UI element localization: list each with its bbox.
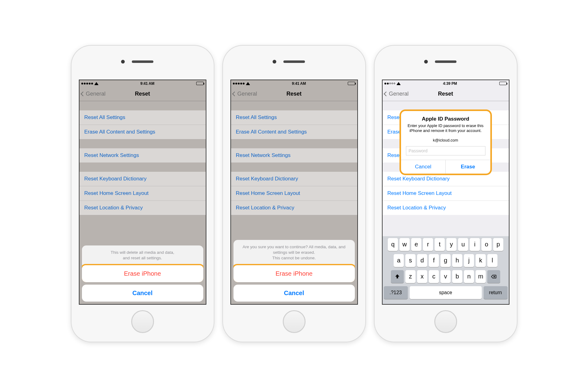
alert-title: Apple ID Password: [401, 111, 490, 123]
status-bar: 4:39 PM: [383, 80, 509, 87]
wifi-icon: [94, 82, 99, 85]
home-button[interactable]: [131, 310, 154, 333]
reset-all-settings[interactable]: Reset All Settings: [79, 110, 206, 125]
keyboard-row-2: a s d f g h j k l: [384, 254, 508, 267]
reset-all-settings[interactable]: Reset All Settings: [231, 110, 357, 125]
key-i[interactable]: i: [470, 238, 480, 251]
home-button[interactable]: [434, 310, 457, 333]
key-a[interactable]: a: [394, 254, 404, 267]
status-time: 9:41 AM: [140, 81, 155, 86]
signal-dots-icon: [384, 83, 395, 84]
reset-list: Reset All Settings Erase All Content and…: [231, 101, 357, 215]
return-key[interactable]: return: [484, 286, 508, 299]
reset-location-privacy[interactable]: Reset Location & Privacy: [383, 201, 509, 215]
erase-all-content[interactable]: Erase All Content and Settings: [231, 125, 357, 139]
front-camera: [424, 60, 428, 64]
reset-home-screen-layout[interactable]: Reset Home Screen Layout: [383, 186, 509, 201]
keyboard-row-4: .?123 space return: [384, 286, 508, 299]
key-z[interactable]: z: [405, 270, 416, 283]
reset-home-screen-layout[interactable]: Reset Home Screen Layout: [231, 186, 357, 201]
key-w[interactable]: w: [399, 238, 410, 251]
nav-bar: General Reset: [79, 87, 206, 101]
key-c[interactable]: c: [429, 270, 439, 283]
alert-email: k@icloud.com: [401, 137, 490, 146]
keyboard: q w e r t y u i o p a s d f g h j k l: [383, 236, 509, 304]
action-sheet-2: Are you sure you want to continue? All m…: [233, 240, 355, 302]
backspace-key[interactable]: [487, 270, 500, 283]
key-v[interactable]: v: [440, 270, 451, 283]
reset-location-privacy[interactable]: Reset Location & Privacy: [231, 201, 357, 215]
status-bar: 9:41 AM: [79, 80, 206, 87]
front-camera: [273, 60, 276, 64]
key-t[interactable]: t: [435, 238, 445, 251]
speaker-grill: [435, 60, 456, 63]
back-button[interactable]: General: [384, 87, 409, 101]
erase-iphone-button[interactable]: Erase iPhone: [233, 265, 355, 282]
nav-bar: General Reset: [383, 87, 509, 101]
alert-body: Enter your Apple ID password to erase th…: [401, 123, 490, 137]
space-key[interactable]: space: [410, 286, 482, 299]
battery-icon: [348, 82, 355, 85]
key-q[interactable]: q: [388, 238, 398, 251]
numbers-key[interactable]: .?123: [384, 286, 408, 299]
back-label: General: [237, 91, 257, 97]
speaker-grill: [132, 60, 153, 63]
alert-cancel-button[interactable]: Cancel: [401, 160, 446, 174]
key-p[interactable]: p: [493, 238, 503, 251]
key-n[interactable]: n: [464, 270, 474, 283]
status-time: 4:39 PM: [443, 81, 457, 86]
front-camera: [121, 60, 125, 64]
shift-key[interactable]: [391, 270, 404, 283]
nav-title: Reset: [438, 91, 453, 97]
back-label: General: [389, 91, 409, 97]
key-j[interactable]: j: [464, 254, 474, 267]
screen-1: 9:41 AM General Reset Reset All Settings…: [79, 80, 206, 305]
key-m[interactable]: m: [476, 270, 486, 283]
key-s[interactable]: s: [405, 254, 416, 267]
status-time: 9:41 AM: [292, 81, 306, 86]
back-button[interactable]: General: [233, 87, 257, 101]
key-u[interactable]: u: [458, 238, 468, 251]
key-o[interactable]: o: [481, 238, 492, 251]
key-h[interactable]: h: [452, 254, 462, 267]
key-x[interactable]: x: [417, 270, 427, 283]
reset-network-settings[interactable]: Reset Network Settings: [79, 148, 206, 163]
key-r[interactable]: r: [423, 238, 433, 251]
status-bar: 9:41 AM: [231, 80, 357, 87]
reset-keyboard-dictionary[interactable]: Reset Keyboard Dictionary: [79, 172, 206, 186]
cancel-button[interactable]: Cancel: [233, 285, 355, 302]
key-y[interactable]: y: [446, 238, 456, 251]
chevron-left-icon: [232, 91, 237, 96]
key-k[interactable]: k: [476, 254, 486, 267]
sheet-message: Are you sure you want to continue? All m…: [233, 240, 355, 265]
signal-dots-icon: [81, 83, 93, 84]
reset-keyboard-dictionary[interactable]: Reset Keyboard Dictionary: [231, 172, 357, 186]
reset-list: Reset All Settings Erase All Content and…: [79, 101, 206, 215]
back-button[interactable]: General: [81, 87, 106, 101]
apple-id-password-alert: Apple ID Password Enter your Apple ID pa…: [401, 111, 490, 174]
key-g[interactable]: g: [440, 254, 451, 267]
key-e[interactable]: e: [411, 238, 421, 251]
backspace-icon: [491, 274, 497, 280]
key-d[interactable]: d: [417, 254, 427, 267]
erase-iphone-button[interactable]: Erase iPhone: [82, 265, 203, 282]
key-b[interactable]: b: [452, 270, 462, 283]
reset-location-privacy[interactable]: Reset Location & Privacy: [79, 201, 206, 215]
screen-3: 4:39 PM General Reset Reset All Settings…: [382, 80, 509, 305]
key-l[interactable]: l: [487, 254, 497, 267]
key-f[interactable]: f: [429, 254, 439, 267]
keyboard-row-3: z x c v b n m: [384, 270, 508, 283]
home-button[interactable]: [283, 310, 306, 333]
action-sheet-1: This will delete all media and data, and…: [82, 245, 203, 301]
chevron-left-icon: [80, 91, 85, 96]
reset-home-screen-layout[interactable]: Reset Home Screen Layout: [79, 186, 206, 201]
reset-keyboard-dictionary[interactable]: Reset Keyboard Dictionary: [383, 172, 509, 186]
sheet-message: This will delete all media and data, and…: [82, 245, 203, 265]
wifi-icon: [396, 82, 401, 85]
reset-network-settings[interactable]: Reset Network Settings: [231, 148, 357, 163]
password-field[interactable]: [406, 146, 485, 155]
alert-erase-button[interactable]: Erase: [446, 160, 490, 174]
iphone-frame-3: 4:39 PM General Reset Reset All Settings…: [375, 46, 517, 342]
cancel-button[interactable]: Cancel: [82, 285, 203, 302]
erase-all-content[interactable]: Erase All Content and Settings: [79, 125, 206, 139]
